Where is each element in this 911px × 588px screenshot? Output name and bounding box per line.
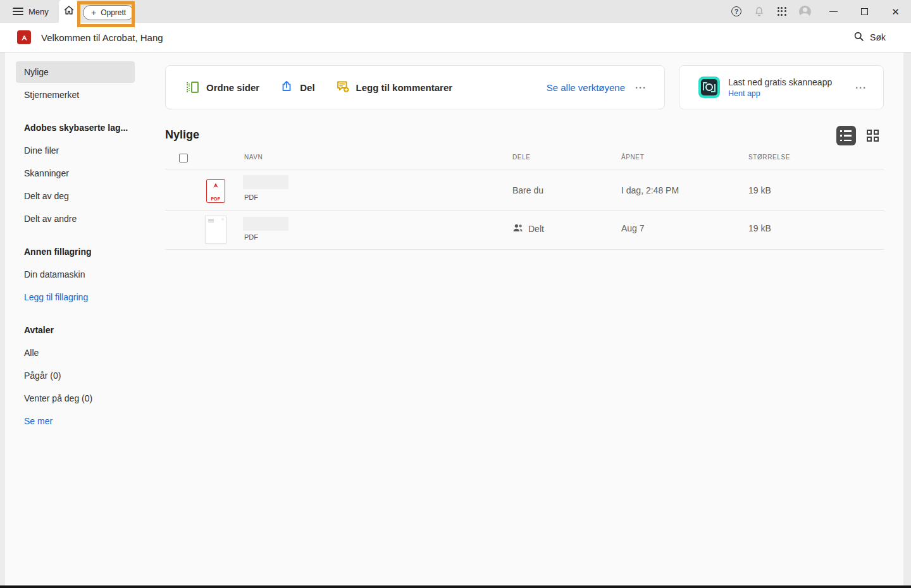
acrobat-home-window: Meny + Opprett ? (0, 0, 911, 588)
sidebar-header-annen-fillagring: Annen fillagring (24, 241, 92, 262)
list-view-toggle[interactable] (836, 126, 856, 145)
menu-label: Meny (28, 7, 49, 16)
close-icon: ✕ (891, 7, 900, 16)
bell-icon (753, 6, 765, 17)
sidebar-item-se-mer[interactable]: Se mer (16, 410, 135, 432)
add-comment-icon (336, 80, 349, 95)
app-grid-button[interactable] (776, 5, 788, 18)
row-divider (165, 249, 884, 250)
shared-users-icon (512, 223, 523, 234)
sidebar-item-stjernemerket[interactable]: Stjernemerket (16, 84, 135, 106)
scan-app-card: Last ned gratis skanneapp Hent app ··· (679, 65, 884, 109)
file-type-label: PDF (244, 193, 258, 201)
adobe-scan-app-icon (698, 77, 720, 98)
column-header-apnet: ÅPNET (621, 154, 644, 161)
scan-card-more-button[interactable]: ··· (855, 82, 867, 93)
search-icon (853, 31, 864, 44)
file-name-redacted (243, 175, 288, 189)
sidebar-item-delt-av-deg[interactable]: Delt av deg (16, 185, 135, 207)
page-title: Velkommen til Acrobat, Hang (41, 23, 163, 52)
avatar-icon (799, 6, 811, 18)
tools-more-button[interactable]: ··· (635, 82, 647, 93)
close-button[interactable]: ✕ (880, 0, 911, 23)
home-tab[interactable] (59, 0, 78, 23)
sidebar-item-delt-av-andre[interactable]: Delt av andre (16, 208, 135, 230)
titlebar-actions: ? (730, 0, 811, 23)
notifications-button[interactable] (753, 5, 765, 18)
tool-legg-til-kommentarer[interactable]: Legg til kommentarer (336, 80, 453, 95)
help-button[interactable]: ? (730, 5, 743, 18)
grid-view-toggle[interactable] (867, 130, 879, 142)
minimize-icon (829, 11, 838, 12)
left-edge-gutter (0, 52, 5, 586)
select-all-checkbox[interactable] (179, 154, 188, 162)
hamburger-icon (13, 8, 23, 15)
sidebar-header-adobe-cloud: Adobes skybaserte lag... (24, 117, 128, 138)
quick-tools-card: Ordne sider Del Legg til kommentarer Se (165, 65, 665, 109)
sidebar-header-avtaler: Avtaler (24, 319, 54, 341)
maximize-button[interactable] (849, 0, 880, 23)
file-size: 19 kB (748, 185, 771, 195)
minimize-button[interactable] (818, 0, 849, 23)
organize-pages-icon (187, 81, 199, 94)
column-header-dele: DELE (512, 154, 531, 161)
sidebar-item-alle[interactable]: Alle (16, 342, 135, 364)
welcome-bar: Velkommen til Acrobat, Hang Søk (0, 23, 911, 52)
sidebar-item-nylige[interactable]: Nylige (16, 61, 135, 83)
file-name-redacted (243, 217, 288, 231)
share-status: Delt (512, 223, 544, 234)
create-button[interactable]: + Opprett (83, 5, 134, 20)
sidebar-item-legg-til-fillagring[interactable]: Legg til fillagring (16, 286, 135, 308)
sidebar-item-din-datamaskin[interactable]: Din datamaskin (16, 264, 135, 285)
sidebar-item-skanninger[interactable]: Skanninger (16, 162, 135, 184)
pdf-file-icon: PDF (206, 179, 225, 203)
row-divider (165, 169, 884, 169)
grid-icon (778, 7, 787, 16)
bottom-window-edge (0, 585, 911, 588)
column-header-storrelse: STØRRELSE (748, 154, 790, 161)
menu-button[interactable]: Meny (13, 0, 49, 23)
sidebar-item-venter-pa-deg[interactable]: Venter på deg (0) (16, 388, 135, 409)
window-controls: ✕ (818, 0, 911, 23)
opened-date: I dag, 2:48 PM (621, 185, 679, 195)
right-scrollbar-gutter[interactable] (903, 52, 911, 586)
tool-ordne-sider[interactable]: Ordne sider (187, 81, 259, 94)
search-button[interactable]: Søk (853, 23, 886, 52)
plus-icon: + (91, 8, 96, 17)
home-icon (63, 4, 75, 18)
share-icon (280, 80, 293, 95)
sidebar-item-dine-filer[interactable]: Dine filer (16, 140, 135, 161)
acrobat-logo-icon (17, 30, 31, 44)
see-all-tools-link[interactable]: Se alle verktøyene (547, 82, 625, 93)
file-type-label: PDF (244, 233, 258, 241)
maximize-icon (861, 8, 868, 15)
sidebar-item-pagar[interactable]: Pågår (0) (16, 365, 135, 386)
share-status: Bare du (512, 185, 543, 195)
row-divider (165, 210, 884, 211)
scan-card-title: Last ned gratis skanneapp (728, 77, 832, 87)
recent-section-title: Nylige (165, 128, 199, 142)
help-icon: ? (731, 6, 741, 16)
tool-del[interactable]: Del (280, 80, 314, 95)
opened-date: Aug 7 (621, 223, 645, 233)
search-label: Søk (870, 32, 886, 42)
account-button[interactable] (798, 5, 811, 18)
file-size: 19 kB (748, 223, 771, 233)
document-thumbnail (205, 216, 226, 243)
get-app-link[interactable]: Hent app (728, 89, 832, 98)
create-button-label: Opprett (101, 8, 126, 17)
title-bar: Meny + Opprett ? (0, 0, 911, 23)
column-header-navn: NAVN (244, 154, 263, 161)
